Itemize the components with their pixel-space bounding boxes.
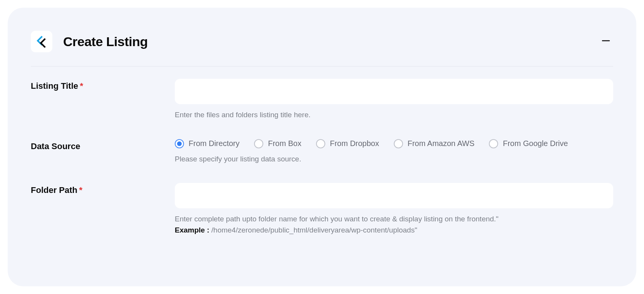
radio-dot-icon <box>177 141 182 146</box>
listing-title-help: Enter the files and folders listing titl… <box>175 110 613 121</box>
panel-header-left: Create Listing <box>31 31 148 52</box>
required-marker: * <box>80 81 84 91</box>
radio-label: From Dropbox <box>330 139 379 148</box>
label-col: Listing Title * <box>31 79 175 121</box>
radio-circle-icon <box>254 139 263 148</box>
panel-icon-box <box>31 31 52 52</box>
label-col: Folder Path * <box>31 183 175 236</box>
folder-path-help-line1: Enter complete path upto folder name for… <box>175 215 498 223</box>
radio-from-directory[interactable]: From Directory <box>175 139 239 148</box>
panel-header: Create Listing <box>31 31 613 66</box>
folder-path-label: Folder Path <box>31 185 77 195</box>
folder-path-input[interactable] <box>175 183 613 208</box>
label-col: Data Source <box>31 139 175 165</box>
form: Listing Title * Enter the files and fold… <box>31 79 613 236</box>
radio-from-google-drive[interactable]: From Google Drive <box>489 139 568 148</box>
field-col: From Directory From Box From Dropbox Fro… <box>175 139 613 165</box>
data-source-radio-group: From Directory From Box From Dropbox Fro… <box>175 139 613 148</box>
field-col: Enter complete path upto folder name for… <box>175 183 613 236</box>
folder-path-example-label: Example : <box>175 226 209 234</box>
folder-path-help: Enter complete path upto folder name for… <box>175 214 613 236</box>
radio-label: From Amazon AWS <box>408 139 475 148</box>
logo-icon <box>35 35 48 48</box>
field-col: Enter the files and folders listing titl… <box>175 79 613 121</box>
radio-from-amazon-aws[interactable]: From Amazon AWS <box>394 139 475 148</box>
listing-title-row: Listing Title * Enter the files and fold… <box>31 79 613 121</box>
radio-from-dropbox[interactable]: From Dropbox <box>316 139 379 148</box>
folder-path-row: Folder Path * Enter complete path upto f… <box>31 183 613 236</box>
folder-path-example-value: /home4/zeronede/public_html/deliveryarea… <box>209 226 417 234</box>
radio-circle-icon <box>175 139 184 148</box>
radio-label: From Directory <box>189 139 239 148</box>
listing-title-label: Listing Title <box>31 81 78 91</box>
data-source-row: Data Source From Directory From Box <box>31 139 613 165</box>
minus-icon <box>602 37 610 45</box>
required-marker: * <box>79 185 82 195</box>
data-source-help: Please specify your listing data source. <box>175 154 613 165</box>
listing-title-input[interactable] <box>175 79 613 104</box>
radio-label: From Google Drive <box>503 139 568 148</box>
radio-circle-icon <box>316 139 325 148</box>
collapse-button[interactable] <box>599 35 613 48</box>
data-source-label: Data Source <box>31 141 80 151</box>
radio-from-box[interactable]: From Box <box>254 139 301 148</box>
radio-circle-icon <box>394 139 403 148</box>
panel-title: Create Listing <box>63 34 148 49</box>
create-listing-panel: Create Listing Listing Title * Enter the… <box>8 8 636 286</box>
radio-label: From Box <box>268 139 301 148</box>
radio-circle-icon <box>489 139 498 148</box>
